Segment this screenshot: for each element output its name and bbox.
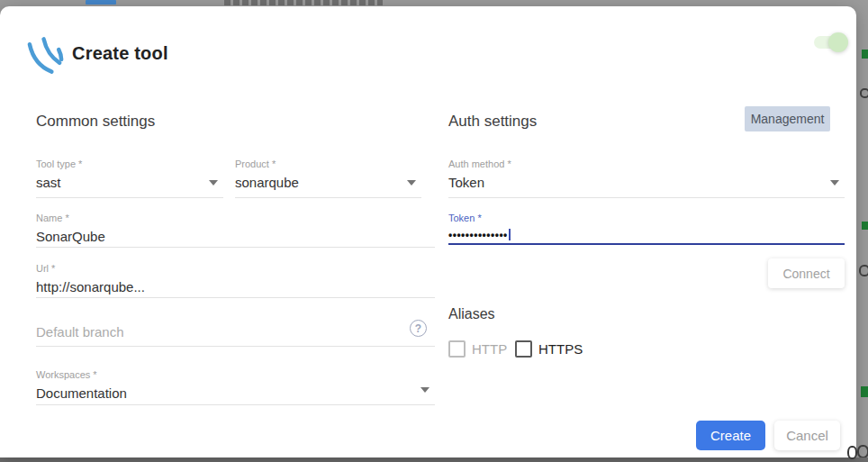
common-settings-heading: Common settings — [36, 113, 155, 131]
chevron-down-icon[interactable] — [830, 180, 839, 186]
url-value: http://sonarqube... — [36, 278, 435, 296]
default-branch-input[interactable]: Default branch ? — [36, 316, 435, 347]
management-chip[interactable]: Management — [745, 106, 830, 131]
enabled-toggle[interactable] — [814, 32, 850, 53]
create-tool-dialog: Create tool Common settings Auth setting… — [0, 6, 856, 457]
token-masked-value: •••••••••••••• — [448, 226, 845, 244]
page-fragment — [861, 386, 868, 397]
product-select[interactable]: Product * sonarqube — [235, 157, 421, 198]
workspaces-label: Workspaces * — [36, 367, 435, 381]
text-cursor — [509, 229, 511, 240]
page-fragment — [224, 0, 383, 5]
alias-https-checkbox[interactable]: HTTPS — [515, 340, 583, 358]
page-fragment — [86, 0, 116, 5]
dialog-title: Create tool — [72, 43, 168, 64]
page-backdrop: Create tool Common settings Auth setting… — [0, 0, 868, 462]
sonar-arcs-logo-icon — [25, 35, 68, 75]
token-dots: •••••••••••••• — [448, 229, 508, 241]
chevron-down-icon[interactable] — [407, 180, 416, 186]
name-input[interactable]: Name * SonarQube — [36, 211, 435, 248]
default-branch-placeholder: Default branch — [36, 323, 435, 341]
auth-method-value: Token — [448, 174, 845, 192]
alias-http-label: HTTP — [472, 341, 507, 357]
checkbox-icon[interactable] — [448, 340, 466, 358]
page-fragment — [857, 445, 868, 458]
create-button[interactable]: Create — [696, 421, 765, 450]
page-fragment — [859, 265, 868, 276]
chevron-down-icon[interactable] — [209, 180, 218, 186]
product-value: sonarqube — [235, 174, 421, 192]
help-icon[interactable]: ? — [410, 320, 427, 337]
auth-settings-heading: Auth settings — [448, 113, 537, 131]
workspaces-value: Documentation — [36, 385, 435, 403]
tool-type-label: Tool type * — [36, 157, 223, 170]
url-input[interactable]: Url * http://sonarqube... — [36, 261, 435, 298]
page-fragment — [860, 88, 868, 98]
token-input[interactable]: Token * •••••••••••••• — [448, 211, 845, 245]
connect-button[interactable]: Connect — [768, 258, 845, 288]
name-label: Name * — [36, 211, 435, 224]
page-fragment — [862, 50, 868, 59]
chevron-down-icon[interactable] — [420, 387, 429, 393]
cancel-button[interactable]: Cancel — [774, 421, 840, 450]
url-label: Url * — [36, 261, 435, 275]
toggle-knob — [828, 32, 848, 52]
aliases-heading: Aliases — [448, 306, 495, 322]
page-fragment — [862, 222, 868, 230]
name-value: SonarQube — [36, 228, 435, 246]
checkbox-icon[interactable] — [515, 340, 532, 358]
token-label: Token * — [448, 211, 845, 224]
alias-https-label: HTTPS — [538, 341, 583, 357]
tool-type-value: sast — [36, 174, 223, 192]
page-bottom-edge — [0, 457, 868, 462]
auth-method-label: Auth method * — [448, 157, 845, 170]
page-fragment — [847, 446, 857, 459]
product-label: Product * — [235, 157, 421, 170]
auth-method-select[interactable]: Auth method * Token — [448, 157, 845, 198]
workspaces-select[interactable]: Workspaces * Documentation — [36, 367, 435, 405]
alias-http-checkbox[interactable]: HTTP — [448, 340, 507, 358]
tool-type-select[interactable]: Tool type * sast — [36, 157, 223, 198]
